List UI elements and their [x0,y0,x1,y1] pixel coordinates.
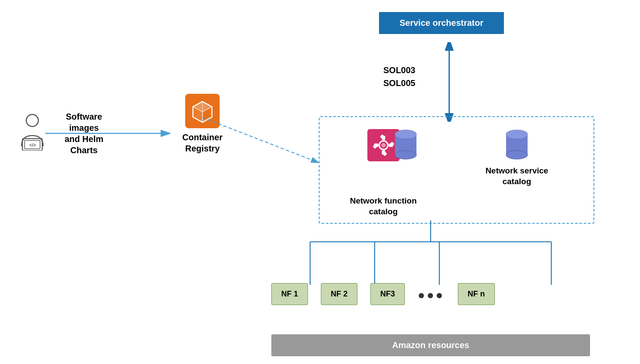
amazon-resources-bar: Amazon resources [271,334,590,356]
svg-text:</>: </> [29,142,36,148]
dots-label: ●●● [418,288,445,302]
nf-catalog-db-icon [392,129,420,161]
ns-catalog-db-icon [503,129,531,161]
svg-point-28 [381,143,385,148]
nf2-box: NF 2 [321,283,357,305]
svg-point-31 [395,151,416,159]
amazon-resources-label: Amazon resources [392,340,469,350]
svg-point-35 [506,151,528,159]
nf-catalog: Network function catalog [340,129,426,217]
ns-catalog: Network service catalog [474,129,560,187]
nf1-box: NF 1 [271,283,308,305]
sol-labels: SOL003 SOL005 [383,64,415,89]
diagram-container: </> Software images and Helm Charts [0,0,640,364]
svg-point-0 [26,114,38,126]
service-orchestrator-label: Service orchestrator [400,18,484,28]
tree-lines-svg [271,220,590,289]
sol005-label: SOL005 [383,77,415,89]
nf-catalog-label: Network function catalog [350,196,416,217]
sol003-label: SOL003 [383,64,415,77]
ns-catalog-label: Network service catalog [485,166,548,187]
nf-row: NF 1 NF 2 NF3 ●●● NF n [271,283,495,305]
nfn-box: NF n [458,283,495,305]
service-orchestrator-box: Service orchestrator [379,12,504,34]
vertical-double-arrow [441,42,458,122]
nf3-box: NF3 [370,283,405,305]
svg-point-32 [395,130,416,139]
svg-point-36 [506,130,528,139]
software-images-label: Software images and Helm Charts [47,111,121,156]
